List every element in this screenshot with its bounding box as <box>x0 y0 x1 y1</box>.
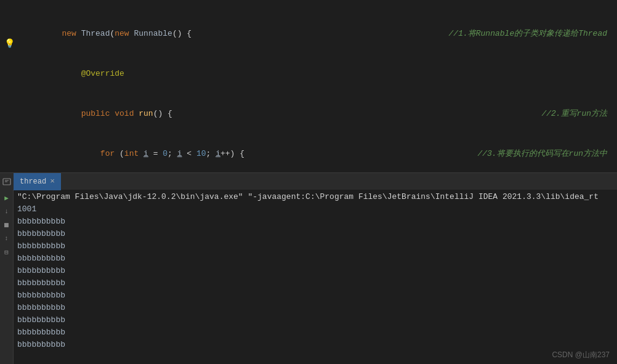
console-output-line-8: bbbbbbbbbb <box>17 289 613 302</box>
gutter: 💡 <box>0 0 18 172</box>
gutter-line-8 <box>0 86 18 99</box>
gutter-line-6 <box>0 62 18 74</box>
gutter-line-5 <box>0 49 18 62</box>
console-output-line-7: bbbbbbbbbb <box>17 277 613 289</box>
code-line-4: for (int i = 0; i < 10; i++) { //3.将要执行的… <box>23 148 612 160</box>
code-line-3: public void run() { //2.重写run方法 <box>23 108 612 120</box>
console-output-line-9: bbbbbbbbbb <box>17 302 613 314</box>
console-command-line: "C:\Program Files\Java\jdk-12.0.2\bin\ja… <box>17 191 613 203</box>
gutter-line-10 <box>0 111 18 123</box>
console-area: ▶ ↓ ⏹ ↕ ⊟ "C:\Program Files\Java\jdk-12.… <box>0 190 617 364</box>
scroll-down-icon[interactable]: ↓ <box>1 206 12 217</box>
gutter-line-12 <box>0 135 18 148</box>
run-icon[interactable]: ▶ <box>1 192 12 203</box>
tab-close-icon[interactable]: × <box>50 177 55 185</box>
scroll-icon[interactable]: ↕ <box>1 233 12 244</box>
gutter-line-1 <box>0 0 18 12</box>
console-icon <box>0 173 14 190</box>
clear-icon[interactable]: ⊟ <box>1 246 12 257</box>
tab-bar: thread × <box>0 172 617 190</box>
tab-label: thread <box>20 177 46 186</box>
console-output-line-2: bbbbbbbbbb <box>17 216 613 228</box>
code-line-2: @Override <box>23 68 612 80</box>
console-output-line-6: bbbbbbbbbb <box>17 265 613 277</box>
gutter-line-4: 💡 <box>0 37 18 49</box>
gutter-line-13 <box>0 148 18 160</box>
bulb-icon: 💡 <box>4 38 15 49</box>
console-output-line-3: bbbbbbbbbb <box>17 228 613 240</box>
console-sidebar: ▶ ↓ ⏹ ↕ ⊟ <box>0 190 14 364</box>
tab-thread[interactable]: thread × <box>14 173 61 190</box>
console-output-line-4: bbbbbbbbbb <box>17 240 613 253</box>
console-output: "C:\Program Files\Java\jdk-12.0.2\bin\ja… <box>14 190 617 364</box>
gutter-line-9 <box>0 99 18 111</box>
code-line-1: new Thread(new Runnable() { //1.将Runnabl… <box>23 28 612 40</box>
watermark: CSDN @山南237 <box>552 350 610 360</box>
gutter-line-7 <box>0 74 18 86</box>
gutter-line-3 <box>0 25 18 37</box>
console-output-line-5: bbbbbbbbbb <box>17 253 613 265</box>
gutter-line-14 <box>0 160 18 172</box>
gutter-line-11 <box>0 123 18 135</box>
stop-icon[interactable]: ⏹ <box>1 219 12 230</box>
ide-window: 💡 new Thread(new Runnable() { //1.将Runna… <box>0 0 617 364</box>
console-output-line-12: bbbbbbbbbb <box>17 339 613 351</box>
console-output-line-10: bbbbbbbbbb <box>17 314 613 326</box>
gutter-line-2 <box>0 12 18 25</box>
console-output-line-11: bbbbbbbbbb <box>17 326 613 339</box>
code-editor: 💡 new Thread(new Runnable() { //1.将Runna… <box>0 0 617 172</box>
code-content: new Thread(new Runnable() { //1.将Runnabl… <box>18 0 617 172</box>
console-output-line-1: 1001 <box>17 203 613 216</box>
